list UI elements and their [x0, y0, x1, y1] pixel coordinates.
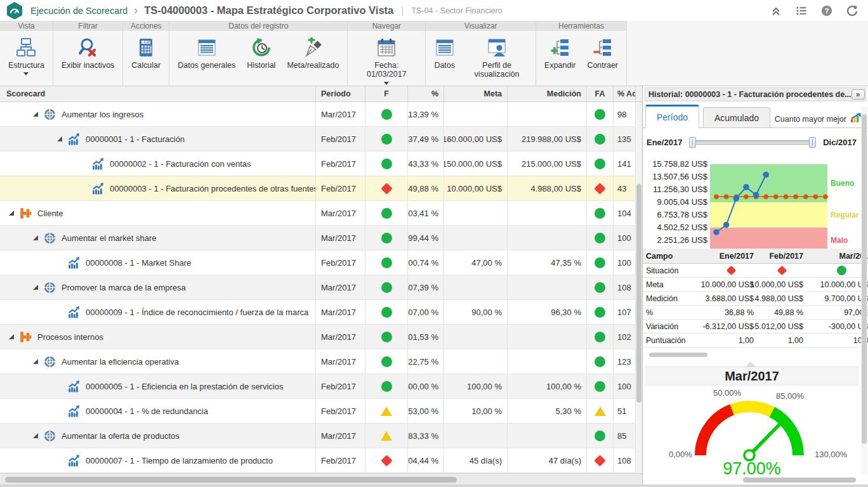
table-row[interactable]: Procesos internosMar/2017101,53 %102: [0, 325, 642, 349]
column-header-f[interactable]: F: [365, 86, 408, 101]
perspective-icon: [20, 207, 32, 219]
column-header-medicion[interactable]: Medición: [508, 86, 587, 101]
slider-to-label: Dic/2017: [823, 138, 857, 147]
ribbon-group-label: Navegar: [348, 21, 425, 32]
detail-row-label: Situación: [643, 266, 705, 275]
svg-text:Bueno: Bueno: [831, 179, 854, 188]
app-logo-icon: [6, 2, 23, 20]
svg-text:Malo: Malo: [831, 236, 848, 245]
table-row[interactable]: 00000002 - 1 - Facturación con ventasFeb…: [0, 152, 642, 176]
panel-vertical-scrollbar[interactable]: [861, 107, 867, 474]
refresh-icon[interactable]: [846, 5, 858, 16]
row-label: Procesos internos: [37, 332, 103, 342]
panel-horizontal-scrollbar-thumb[interactable]: [743, 477, 856, 483]
table-vertical-scrollbar-thumb[interactable]: [636, 184, 641, 403]
slider-track[interactable]: [690, 140, 815, 145]
ribbon-button-contraer[interactable]: Contraer: [581, 36, 624, 71]
expand-arrow-icon[interactable]: [9, 334, 14, 339]
row-label: Aumentar el market share: [62, 233, 157, 243]
table-row[interactable]: 00000008 - 1 - Market ShareFeb/2017100,7…: [0, 250, 642, 275]
table-row[interactable]: Promover la marca de la empresaMar/20171…: [0, 275, 642, 300]
status-red-diamond: [381, 455, 392, 466]
detail-row-meta: Meta10.000,00 US$10.000,00 US$10.000,00 …: [643, 278, 868, 292]
table-row[interactable]: Aumentar los ingresosMar/2017113,39 %98: [0, 102, 642, 127]
ribbon-button-meta-realizado[interactable]: Meta/realizado: [281, 36, 345, 71]
status-green-circle: [381, 381, 392, 392]
metric-icon: [68, 455, 80, 467]
ribbon-button-fecha-01-03-2017[interactable]: Fecha: 01/03/2017: [350, 36, 423, 86]
table-row[interactable]: ClienteMar/2017103,41 %104: [0, 201, 642, 226]
list-icon[interactable]: [796, 5, 807, 16]
row-label: 00000002 - 1 - Facturación con ventas: [110, 159, 251, 169]
ribbon: VistaEstructuraFiltrarExibir inactivosAc…: [0, 21, 868, 86]
column-header-periodo[interactable]: Período: [316, 86, 365, 101]
table-row[interactable]: 00000009 - 1 - Índice de reconocimiento …: [0, 300, 642, 325]
column-header-pct[interactable]: %: [408, 86, 444, 101]
row-label: 00000005 - 1 - Eficiencia en la prestaci…: [86, 382, 283, 391]
objective-icon: [44, 356, 56, 368]
status-yellow-triangle: [595, 406, 606, 416]
expand-arrow-icon[interactable]: [33, 285, 38, 290]
table-row[interactable]: 00000007 - 1 - Tiempo de lanzamiento de …: [0, 448, 642, 473]
ribbon-button-historial[interactable]: Historial: [241, 36, 281, 71]
historial-panel: Historial: 00000003 - 1 - Facturación pr…: [642, 86, 868, 484]
ribbon-group-label: Datos del registro: [169, 21, 347, 32]
expand-arrow-icon[interactable]: [9, 211, 14, 216]
expand-tree-icon: [550, 37, 570, 58]
slider-handle-end[interactable]: [809, 137, 816, 148]
status-green-circle: [595, 332, 605, 342]
tab-acumulado[interactable]: Acumulado: [703, 107, 770, 128]
panel-expand-button[interactable]: »: [852, 89, 865, 100]
breadcrumb-app-title[interactable]: Ejecución de Scorecard: [30, 6, 128, 16]
tab-periodo[interactable]: Período: [645, 105, 699, 128]
detail-table-scrollbar-thumb[interactable]: [649, 353, 707, 357]
column-header-fa[interactable]: FA: [587, 86, 614, 101]
calculator-icon: 0,00: [136, 37, 156, 58]
collapse-ribbon-icon[interactable]: [770, 5, 782, 16]
table-row[interactable]: Aumentar la eficiencia operativaMar/2017…: [0, 349, 642, 374]
ribbon-button-datos[interactable]: Datos: [428, 36, 461, 71]
table-row[interactable]: Aumentar el market shareMar/201799,44 %1…: [0, 226, 642, 250]
gauge-card: Mar/2017 50,00% 85,00% 0,00% 130,00% 97.…: [645, 367, 859, 479]
panel-vertical-scrollbar-thumb[interactable]: [862, 114, 867, 444]
gauge-label-max: 130,00%: [815, 450, 847, 459]
table-vertical-scrollbar[interactable]: [636, 102, 642, 473]
row-label: Aumentar la oferta de productos: [62, 431, 180, 441]
pen-plus-icon: [303, 37, 323, 58]
status-green-circle: [595, 431, 605, 441]
column-header-scorecard[interactable]: Scorecard: [0, 86, 316, 101]
ribbon-button-estructura[interactable]: Estructura: [3, 36, 50, 77]
table-row[interactable]: Aumentar la oferta de productosMar/20178…: [0, 424, 642, 448]
expand-arrow-icon[interactable]: [33, 433, 38, 438]
history-chart: 15.758,82 US$13.507,56 US$11.256,30 US$9…: [643, 157, 859, 249]
column-header-meta[interactable]: Meta: [444, 86, 508, 101]
table-horizontal-scrollbar-thumb[interactable]: [5, 477, 457, 483]
expand-arrow-icon[interactable]: [33, 359, 38, 364]
status-green-circle: [381, 257, 392, 268]
chart-plot: BuenoRegularMalo: [643, 157, 859, 249]
ribbon-button-exibir-inactivos[interactable]: Exibir inactivos: [56, 36, 120, 71]
expand-arrow-icon[interactable]: [33, 112, 38, 117]
slider-handle-start[interactable]: [689, 137, 696, 148]
scorecard-app: Ejecución de Scorecard › TS-04000003 - M…: [0, 0, 868, 487]
table-row[interactable]: 00000005 - 1 - Eficiencia en la prestaci…: [0, 374, 642, 399]
expand-arrow-icon[interactable]: [33, 235, 38, 240]
metric-icon: [68, 380, 80, 393]
table-row[interactable]: 00000001 - 1 - FacturaciónFeb/2017137,49…: [0, 127, 642, 152]
table-row[interactable]: 00000003 - 1 - Facturación procedentes d…: [0, 176, 642, 201]
ribbon-button-perfil-de-visualizaci-n[interactable]: Perfil de visualización: [461, 36, 533, 81]
objective-icon: [44, 282, 56, 294]
status-green-circle: [381, 307, 392, 318]
table-row[interactable]: 00000004 - 1 - % de redundanciaFeb/20175…: [0, 399, 642, 424]
status-green-circle: [595, 109, 605, 120]
expand-arrow-icon[interactable]: [57, 136, 62, 141]
ribbon-button-calcular[interactable]: 0,00Calcular: [126, 36, 166, 71]
ribbon-button-expandir[interactable]: Expandir: [539, 36, 581, 71]
status-green-circle: [381, 282, 392, 293]
column-header-pct-acum[interactable]: % Acum: [614, 86, 636, 101]
help-icon[interactable]: ?: [821, 5, 832, 16]
ribbon-group-label: Vista: [0, 21, 53, 32]
search-inactive-icon: [78, 37, 98, 58]
objective-icon: [44, 430, 56, 442]
ribbon-button-datos-generales[interactable]: Datos generales: [172, 36, 241, 71]
